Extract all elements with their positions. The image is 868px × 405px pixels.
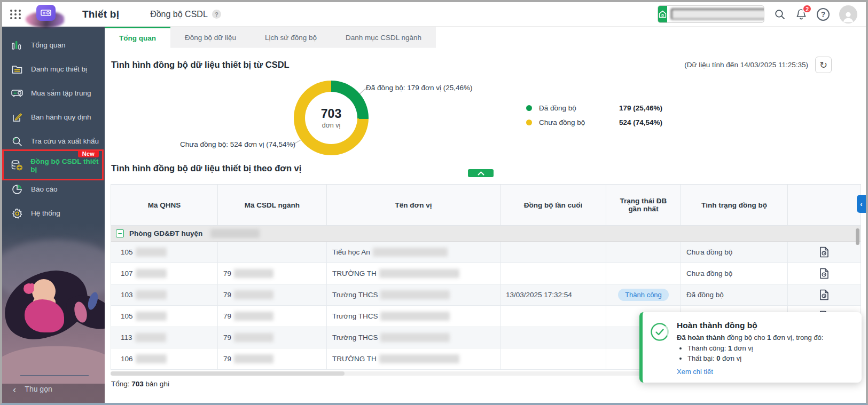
cell-ten: TRƯỜNG TH: [332, 355, 377, 363]
notification-count-badge: 2: [802, 4, 812, 13]
tab-danh-muc-csdl-nganh[interactable]: Danh mục CSDL ngành: [331, 27, 436, 47]
refresh-button[interactable]: ↻: [815, 57, 832, 73]
home-button[interactable]: [658, 6, 667, 22]
redacted-text: [136, 312, 167, 321]
toast-bullet-success: Thành công: 1 đơn vị: [687, 343, 823, 354]
cell-ten: Trường THCS: [332, 312, 378, 320]
col-header-dong-bo-lan-cuoi: Đồng bộ lần cuối: [501, 185, 606, 226]
file-clock-icon: [819, 289, 829, 300]
search-button[interactable]: [774, 9, 786, 20]
legend-label: Đã đồng bộ: [539, 104, 619, 112]
redacted-text: [234, 312, 273, 321]
sidebar-item-tong-quan[interactable]: Tổng quan: [2, 33, 105, 57]
table-group-row: − Phòng GD&ĐT huyện: [111, 226, 861, 242]
redacted-text: [136, 269, 167, 278]
report-file-button[interactable]: [819, 289, 829, 300]
page-help-icon[interactable]: ?: [212, 10, 221, 19]
legend-dot-green: [526, 105, 532, 111]
projector-icon: [10, 89, 24, 98]
redacted-text: [136, 354, 167, 363]
search-input[interactable]: [671, 9, 764, 20]
legend-item-synced: Đã đồng bộ 179 (25,46%): [526, 101, 783, 115]
collapse-sidebar-button[interactable]: ‹ Thu gọn: [2, 375, 105, 403]
redacted-text: [234, 354, 273, 363]
side-panel-toggle[interactable]: ‹: [857, 195, 866, 213]
folder-icon: [10, 65, 24, 74]
cell-qhns: 105: [121, 248, 133, 256]
status-badge: Thành công: [618, 289, 669, 301]
user-avatar[interactable]: [839, 5, 857, 23]
cell-status: Đã đồng bộ: [681, 284, 788, 306]
overview-section-header: Tình hình đồng bộ dữ liệu thiết bị từ CS…: [105, 57, 866, 73]
redacted-text: [379, 269, 459, 278]
sidebar-item-dong-bo-csdl-thiet-bi[interactable]: New Đồng bộ CSDL thiết bị: [2, 153, 105, 177]
sidebar-item-label: Báo cáo: [31, 185, 58, 193]
table-row[interactable]: 103 79 Trường THCS 13/03/2025 17:32:54 T…: [111, 284, 861, 306]
sidebar-item-bao-cao[interactable]: Báo cáo: [2, 177, 105, 201]
tab-lich-su-dong-bo[interactable]: Lịch sử đồng bộ: [251, 27, 331, 47]
redacted-text: [380, 312, 450, 321]
collapse-section-button[interactable]: [468, 169, 494, 177]
search-box: [658, 5, 764, 23]
cell-ten: Trường THCS: [332, 333, 378, 342]
cell-ten: Tiểu học An: [332, 248, 370, 256]
table-header-row: Mã QHNS Mã CSDL ngành Tên đơn vị Đồng bộ…: [111, 185, 861, 226]
toast-detail-link[interactable]: Xem chi tiết: [677, 367, 713, 377]
redacted-text: [136, 248, 167, 257]
cell-csdl: 79: [223, 355, 231, 363]
gear-icon: [10, 208, 24, 219]
group-label: Phòng GD&ĐT huyện: [129, 229, 202, 237]
file-clock-icon: [819, 268, 829, 279]
data-timestamp-note: (Dữ liệu tính đến 14/03/2025 11:25:35): [684, 61, 808, 69]
col-header-ten-don-vi: Tên đơn vị: [327, 185, 501, 226]
col-header-actions: [788, 185, 861, 226]
toast-bullet-failed: Thất bại: 0 đơn vị: [687, 353, 823, 364]
vertical-scrollbar-thumb[interactable]: [856, 228, 859, 245]
sidebar-item-ban-hanh-quy-dinh[interactable]: Ban hành quy định: [2, 105, 105, 129]
top-bar: Thiết bị Đồng bộ CSDL ?: [2, 2, 866, 27]
sidebar-item-he-thong[interactable]: Hệ thống: [2, 201, 105, 225]
refresh-icon: ↻: [819, 59, 827, 71]
collapse-label: Thu gọn: [25, 385, 52, 393]
app-logo[interactable]: [29, 2, 64, 27]
redacted-text: [234, 290, 273, 299]
report-file-button[interactable]: [819, 268, 829, 279]
report-file-button[interactable]: [819, 247, 829, 258]
table-total: Tổng: 703 bản ghi: [111, 380, 169, 388]
donut-total-unit: đơn vị: [322, 122, 341, 129]
total-unit: bản ghi: [146, 380, 169, 388]
cell-last-sync: 13/03/2025 17:32:54: [501, 284, 606, 306]
notifications-button[interactable]: 2: [795, 8, 807, 20]
person-icon: [841, 10, 855, 23]
cell-csdl: 79: [223, 291, 231, 299]
cell-qhns: 103: [121, 291, 133, 299]
cell-status: Chưa đồng bộ: [681, 263, 788, 284]
table-row[interactable]: 107 79 TRƯỜNG TH Chưa đồng bộ: [111, 263, 861, 284]
tab-bar: Tổng quan Đồng bộ dữ liệu Lịch sử đồng b…: [105, 27, 866, 47]
logo-tile: [36, 5, 56, 21]
tab-dong-bo-du-lieu[interactable]: Đồng bộ dữ liệu: [170, 27, 251, 47]
topbar-actions: 2 ?: [658, 5, 866, 23]
sidebar-item-label: Mua sắm tập trung: [31, 89, 91, 97]
database-sync-icon: [10, 160, 24, 171]
help-circle-icon: ?: [817, 8, 830, 21]
sync-donut-chart: 703 đơn vị: [294, 81, 369, 155]
cell-qhns: 107: [121, 269, 133, 277]
toast-message: Đã hoàn thành đồng bộ cho 1 đơn vị, tron…: [677, 332, 823, 343]
sidebar-illustration: [2, 224, 105, 384]
sidebar-item-label: Đồng bộ CSDL thiết bị: [30, 157, 105, 173]
collapse-group-icon[interactable]: −: [116, 229, 124, 237]
redacted-text: [373, 248, 448, 257]
app-grid-icon[interactable]: [10, 9, 21, 20]
bar-chart-icon: [10, 41, 24, 50]
help-button[interactable]: ?: [817, 8, 830, 21]
table-row[interactable]: 105 Tiểu học An Chưa đồng bộ: [111, 242, 861, 263]
sidebar-item-mua-sam-tap-trung[interactable]: Mua sắm tập trung: [2, 81, 105, 105]
cell-csdl: 79: [223, 333, 231, 342]
edit-icon: [10, 112, 24, 122]
unit-section-title: Tình hình đồng bộ dữ liệu thiết bị theo …: [111, 163, 301, 173]
sidebar-item-danh-muc-thiet-bi[interactable]: Danh mục thiết bị: [2, 57, 105, 81]
home-icon: [658, 10, 667, 19]
horizontal-scrollbar-thumb[interactable]: [111, 371, 345, 376]
tab-tong-quan[interactable]: Tổng quan: [105, 27, 170, 47]
